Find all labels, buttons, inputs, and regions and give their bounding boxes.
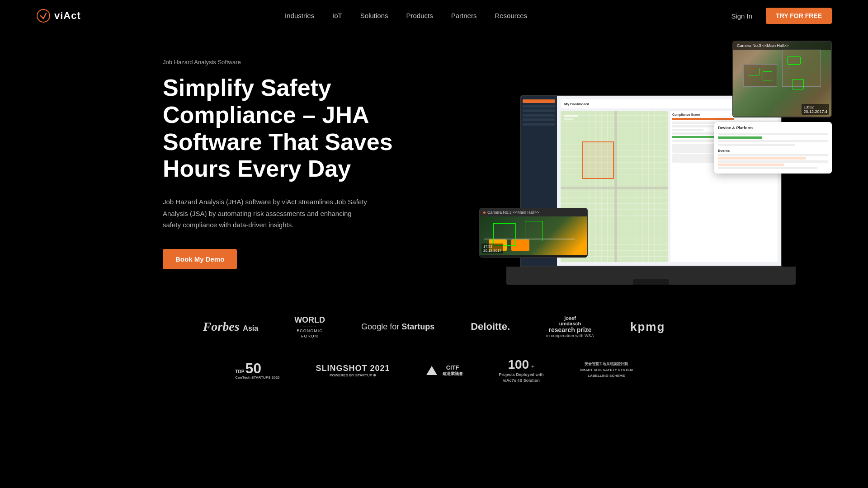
- nav-item-products[interactable]: Products: [406, 12, 433, 20]
- camera-label: Camera No.3 <<Main Hall>>: [487, 210, 539, 215]
- citf-chinese: 建造業議會: [443, 371, 463, 377]
- citf-triangle-icon: [426, 366, 437, 375]
- brands-section: Forbes Asia WORLD ECONOMIC FORUM Google …: [0, 287, 868, 411]
- dashboard-title: My Dashboard: [564, 102, 589, 106]
- brand-citf: CITF 建造業議會: [426, 364, 463, 377]
- panel-events: Events: [718, 149, 828, 169]
- brand-deloitte: Deloitte.: [471, 321, 510, 333]
- brand-top50: TOP 50 ConTech STARTUPS 2020: [235, 361, 279, 380]
- hero-section: Job Hazard Analysis Software Simplify Sa…: [0, 32, 868, 287]
- aerial-view-panel: Camera No.3 <<Main Hall>> 13:32 20.12.20…: [732, 41, 832, 117]
- hundred-plus: +: [531, 363, 535, 370]
- top-text: TOP: [235, 369, 244, 374]
- citf-text: CITF 建造業議會: [443, 364, 463, 377]
- brand-wef: WORLD ECONOMIC FORUM: [294, 314, 325, 339]
- viact-logo-icon: [36, 9, 51, 23]
- hero-content: Job Hazard Analysis Software Simplify Sa…: [163, 59, 407, 269]
- nav-item-resources[interactable]: Resources: [495, 12, 527, 20]
- wef-sub-text: ECONOMIC: [294, 328, 325, 334]
- google-for: for: [390, 322, 401, 331]
- josef-name: josef: [546, 315, 594, 321]
- nav-item-partners[interactable]: Partners: [451, 12, 477, 20]
- hundred-label1: Projects Deployed with: [499, 372, 544, 378]
- aerial-feed: Camera No.3 <<Main Hall>> 13:32 20.12.20…: [733, 42, 831, 117]
- logo-text: viAct: [54, 10, 81, 22]
- brand-josef: josef umdasch research prize in cooperat…: [546, 315, 594, 338]
- hero-visual: My Dashboard: [479, 41, 832, 285]
- camera-feed: 17:52 20.12.2017: [480, 216, 587, 255]
- detection-box-2: [763, 71, 773, 80]
- top50-label: ConTech STARTUPS 2020: [235, 375, 279, 380]
- research-prize: research prize: [546, 326, 594, 333]
- hundred-label2: viAct's 4S Solution: [499, 378, 544, 384]
- nav-links: Industries IoT Solutions Products Partne…: [285, 12, 527, 20]
- camera-panel-header: Camera No.3 <<Main Hall>>: [480, 208, 587, 216]
- book-demo-button[interactable]: Book My Demo: [163, 249, 237, 269]
- slingshot-text: SLINGSHOT 2021: [316, 364, 390, 373]
- deloitte-text: Deloitte.: [471, 321, 510, 332]
- navigation: viAct Industries IoT Solutions Products …: [0, 0, 868, 32]
- brand-slingshot: SLINGSHOT 2021 POWERED BY STARTUP ⊕: [316, 364, 390, 377]
- slingshot-sub: POWERED BY STARTUP ⊕: [316, 373, 390, 377]
- brand-kpmg: kpmg: [630, 320, 665, 334]
- umdasch-name: umdasch: [546, 321, 594, 326]
- camera-timestamp: 17:52 20.12.2017: [481, 244, 503, 253]
- try-free-button[interactable]: TRY FOR FREE: [766, 8, 832, 24]
- brand-forbes: Forbes Asia: [203, 319, 258, 334]
- google-text: Google: [361, 322, 387, 331]
- camera-float-panel: Camera No.3 <<Main Hall>> 17:52 20.12.20…: [479, 208, 588, 258]
- nav-item-industries[interactable]: Industries: [285, 12, 314, 20]
- aerial-header: Camera No.3 <<Main Hall>>: [733, 42, 831, 50]
- nav-right: Sign In TRY FOR FREE: [731, 8, 832, 24]
- brands-row-2: TOP 50 ConTech STARTUPS 2020 SLINGSHOT 2…: [36, 357, 832, 383]
- recording-indicator: [483, 211, 486, 214]
- forbes-asia: Asia: [243, 324, 258, 332]
- hero-description: Job Hazard Analysis (JHA) software by vi…: [163, 196, 371, 231]
- hero-title: Simplify Safety Compliance – JHA Softwar…: [163, 75, 407, 183]
- wef-main-text: WORLD: [294, 314, 325, 326]
- 4s-text: 安全智慧工地系統認證計劃 SMART SITE SAFETY SYSTEM LA…: [580, 361, 633, 379]
- google-startups: Startups: [401, 322, 434, 331]
- brands-row-1: Forbes Asia WORLD ECONOMIC FORUM Google …: [36, 314, 832, 339]
- dashboard-main: My Dashboard: [557, 96, 781, 266]
- wef-forum-text: FORUM: [294, 333, 325, 339]
- detection-box-1: [748, 68, 760, 75]
- brand-google: Google for Startups: [361, 322, 434, 332]
- laptop-body: [506, 267, 796, 285]
- detection-box-3: [787, 56, 801, 65]
- top50-number: 50: [245, 361, 262, 375]
- aerial-label: Camera No.3 <<Main Hall>>: [737, 43, 789, 48]
- brand-4s-scheme: 安全智慧工地系統認證計劃 SMART SITE SAFETY SYSTEM LA…: [580, 361, 633, 379]
- brand-100plus: 100 + Projects Deployed with viAct's 4S …: [499, 357, 544, 383]
- nav-item-iot[interactable]: IoT: [332, 12, 342, 20]
- kpmg-text: kpmg: [630, 320, 665, 333]
- aerial-timestamp: 13:32 20.12.2017.4: [802, 104, 829, 115]
- sign-in-button[interactable]: Sign In: [731, 12, 752, 20]
- right-side-panel: Device & Platform Events: [714, 122, 832, 174]
- citf-main: CITF: [443, 364, 463, 371]
- detection-box-4: [792, 79, 804, 89]
- hundred-number-row: 100 +: [499, 357, 544, 372]
- panel-section-title: Device & Platform: [718, 126, 828, 130]
- hero-subtitle: Job Hazard Analysis Software: [163, 59, 407, 66]
- logo[interactable]: viAct: [36, 9, 81, 23]
- nav-item-solutions[interactable]: Solutions: [360, 12, 388, 20]
- wsa-text: in cooperation with WSA: [546, 333, 594, 338]
- hundred-number: 100: [508, 357, 529, 371]
- svg-point-0: [37, 9, 50, 22]
- forbes-text: Forbes: [203, 319, 240, 333]
- laptop-notch: [633, 279, 669, 285]
